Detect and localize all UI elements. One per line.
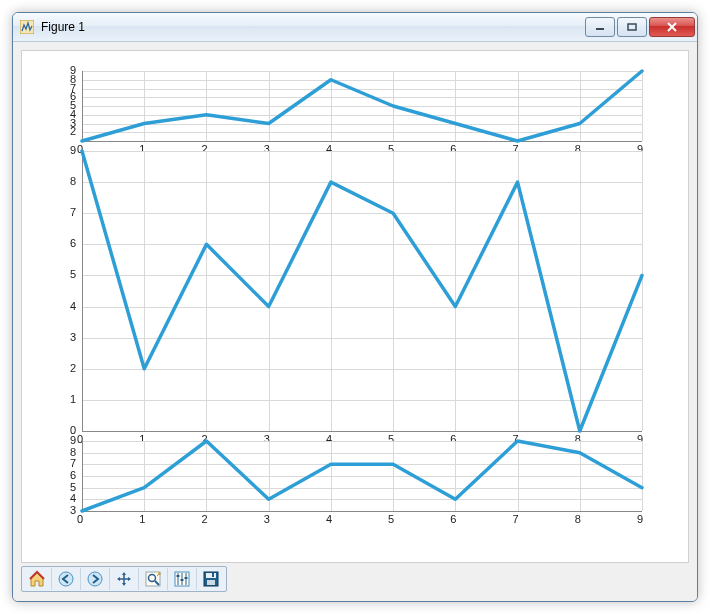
x-tick-label: 8 xyxy=(575,513,581,525)
x-tick-label: 5 xyxy=(388,513,394,525)
figure-window: Figure 1 2345678901234567890123456789012… xyxy=(12,12,698,602)
y-tick-label: 2 xyxy=(56,362,76,374)
svg-rect-15 xyxy=(181,579,184,581)
y-tick-label: 5 xyxy=(56,268,76,280)
y-tick-label: 4 xyxy=(56,300,76,312)
y-tick-label: 3 xyxy=(56,504,76,516)
client-area: 2345678901234567890123456789012345678934… xyxy=(13,42,697,601)
app-icon xyxy=(19,19,35,35)
axes-bottom[interactable]: 34567890123456789 xyxy=(82,441,642,511)
home-button[interactable] xyxy=(23,568,52,590)
x-tick-label: 3 xyxy=(264,513,270,525)
window-controls xyxy=(583,17,695,37)
x-tick-label: 1 xyxy=(139,513,145,525)
window-title: Figure 1 xyxy=(41,20,583,34)
configure-button[interactable] xyxy=(168,568,197,590)
forward-button[interactable] xyxy=(81,568,110,590)
y-tick-label: 7 xyxy=(56,206,76,218)
y-tick-label: 6 xyxy=(56,237,76,249)
y-tick-label: 6 xyxy=(56,469,76,481)
back-button[interactable] xyxy=(52,568,81,590)
y-tick-label: 9 xyxy=(56,434,76,446)
titlebar[interactable]: Figure 1 xyxy=(13,13,697,42)
y-tick-label: 1 xyxy=(56,393,76,405)
svg-rect-20 xyxy=(212,573,214,577)
svg-rect-16 xyxy=(185,577,188,579)
close-button[interactable] xyxy=(649,17,695,37)
y-tick-label: 8 xyxy=(56,446,76,458)
x-tick-label: 9 xyxy=(637,513,643,525)
x-tick-label: 7 xyxy=(513,513,519,525)
y-tick-label: 9 xyxy=(56,144,76,156)
y-tick-label: 7 xyxy=(56,457,76,469)
pan-button[interactable] xyxy=(110,568,139,590)
y-tick-label: 9 xyxy=(56,64,76,76)
y-tick-label: 8 xyxy=(56,175,76,187)
save-button[interactable] xyxy=(197,568,225,590)
minimize-button[interactable] xyxy=(585,17,615,37)
figure-canvas[interactable]: 2345678901234567890123456789012345678934… xyxy=(21,50,689,563)
svg-point-3 xyxy=(59,572,73,586)
nav-toolbar xyxy=(21,563,689,593)
x-tick-label: 6 xyxy=(450,513,456,525)
svg-rect-2 xyxy=(628,24,636,30)
series-line xyxy=(82,71,642,141)
axes-middle[interactable]: 01234567890123456789 xyxy=(82,151,642,431)
y-tick-label: 5 xyxy=(56,481,76,493)
zoom-button[interactable] xyxy=(139,568,168,590)
axes-top[interactable]: 234567890123456789 xyxy=(82,71,642,141)
svg-rect-14 xyxy=(177,575,180,577)
series-line xyxy=(82,151,642,431)
maximize-button[interactable] xyxy=(617,17,647,37)
x-tick-label: 4 xyxy=(326,513,332,525)
x-tick-label: 0 xyxy=(77,513,83,525)
series-line xyxy=(82,441,642,511)
x-tick-label: 2 xyxy=(201,513,207,525)
svg-rect-18 xyxy=(206,573,216,578)
svg-rect-19 xyxy=(207,580,215,585)
y-tick-label: 4 xyxy=(56,492,76,504)
y-tick-label: 3 xyxy=(56,331,76,343)
svg-point-4 xyxy=(88,572,102,586)
